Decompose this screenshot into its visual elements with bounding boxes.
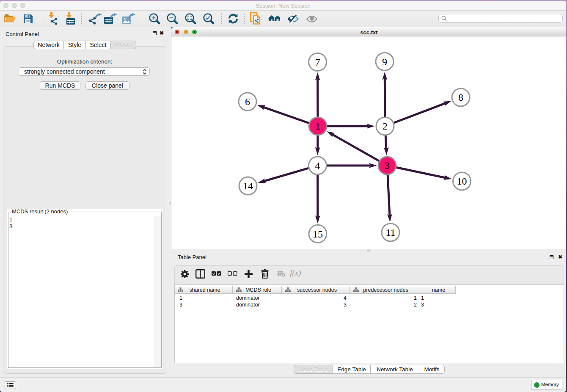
svg-text:9: 9 — [382, 56, 387, 67]
svg-text:4: 4 — [315, 160, 320, 171]
svg-text:14: 14 — [243, 180, 253, 191]
svg-text:10: 10 — [457, 176, 467, 187]
svg-text:6: 6 — [245, 96, 250, 107]
svg-text:2: 2 — [383, 121, 388, 132]
svg-text:1: 1 — [315, 121, 320, 132]
svg-text:15: 15 — [312, 228, 322, 239]
svg-text:7: 7 — [315, 56, 320, 67]
svg-text:3: 3 — [385, 160, 390, 171]
svg-text:11: 11 — [385, 227, 395, 238]
svg-text:8: 8 — [458, 92, 463, 103]
